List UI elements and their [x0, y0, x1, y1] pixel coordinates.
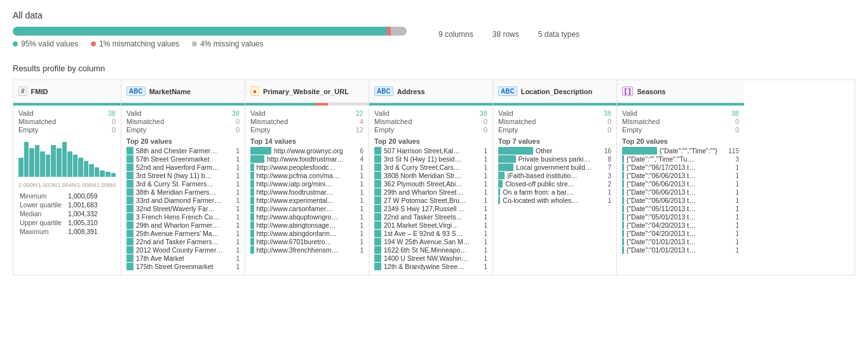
summary-row: 95% valid values 1% mismatching values 4… [13, 27, 855, 51]
value-row: {"Date":"06/17/2013 t… 1 [622, 163, 739, 171]
value-count: 1 [229, 247, 240, 254]
value-bar [250, 221, 254, 229]
empty-count: 0 [735, 126, 739, 134]
value-row: {"Date":"06/06/2013 t… 1 [622, 188, 739, 196]
value-text: 201 Market Street,Virgi… [384, 221, 475, 229]
col-body: Valid 38 Mismatched 0 Empty 0 1.000M1.00… [13, 106, 121, 240]
value-bar [126, 263, 133, 270]
vme-mismatch-row: Mismatched 0 [18, 118, 116, 125]
value-row: 3rd Street N (hwy 11) b… 1 [126, 172, 240, 179]
value-count: 1 [477, 148, 487, 155]
value-row: 52nd and Haverford Farm… 1 [126, 163, 240, 171]
empty-count: 12 [356, 126, 363, 134]
value-row: http://www.3frenchhensm… 1 [250, 246, 363, 254]
stat-value: 1,001,683 [68, 201, 98, 209]
empty-label: Empty [498, 126, 518, 134]
value-text: {"Date":"06/06/2013 t… [627, 188, 726, 196]
col-header: [ ] Seasons [617, 80, 744, 103]
page: All data 95% valid values 1% mismatching… [0, 0, 868, 286]
value-text: Other [536, 147, 599, 155]
value-bar [498, 188, 500, 196]
empty-count: 0 [484, 126, 487, 134]
hist-bar [51, 145, 56, 177]
top-values-label: Top 7 values [498, 137, 611, 145]
mismatch-dot [91, 41, 96, 46]
value-count: 1 [229, 263, 240, 270]
value-bar [126, 246, 133, 254]
value-text: 25th Avenue Farmers' Ma… [136, 230, 227, 237]
value-bar [622, 172, 624, 179]
value-count: 1 [477, 189, 487, 196]
hist-bar [95, 167, 100, 177]
value-text: Private business parki… [519, 155, 599, 163]
hist-bar [40, 151, 45, 177]
value-count: 4 [353, 156, 363, 163]
col-type-icon: ABC [126, 87, 146, 96]
columns-stat: 9 columns [438, 30, 473, 39]
value-bar [622, 205, 624, 212]
value-bar [498, 172, 505, 179]
value-bar [250, 238, 254, 246]
value-text: Co-located with wholes… [503, 197, 599, 204]
value-row: http://www.abingdonfarm… 1 [250, 230, 363, 237]
value-bar [622, 180, 624, 188]
value-count: 1 [353, 181, 363, 188]
value-bar [374, 221, 381, 229]
col-body: Valid 38 Mismatched 0 Empty 0 Top 20 val… [369, 106, 492, 275]
value-row: http://www.grownyc.org 6 [250, 147, 363, 155]
value-bar [622, 221, 624, 229]
valid-label: Valid [374, 109, 390, 117]
value-text: {"Date":"05/11/2013 t… [627, 205, 726, 212]
value-count: 1 [353, 189, 363, 196]
mismatch-count: 0 [484, 118, 487, 125]
value-text: 3rd St N (Hwy 11) besid… [384, 155, 475, 163]
value-row: 1400 U Street NW,Washin… 1 [374, 254, 487, 262]
value-bar [250, 213, 254, 221]
value-bar [250, 188, 254, 196]
value-count: 1 [477, 230, 487, 237]
value-count: 1 [729, 222, 739, 229]
hist-label: 1.008M [97, 182, 116, 188]
missing-segment [391, 27, 407, 36]
value-bar [250, 230, 254, 237]
value-text: Local government build… [516, 163, 599, 171]
value-row: http://www.experimental… 1 [250, 197, 363, 204]
valid-label: 95% valid values [21, 39, 78, 48]
value-count: 3 [729, 156, 739, 163]
value-row: 2012 Wood County Farmer… 1 [126, 246, 240, 254]
value-count: 1 [477, 164, 487, 171]
value-row: 29th and Wharton Street… 1 [374, 188, 487, 196]
value-row: 1622 6th St NE,Minneapo… 1 [374, 246, 487, 254]
value-bar [374, 172, 381, 179]
stat-value: 1,008,391 [68, 228, 98, 235]
value-bar [374, 213, 381, 221]
value-row: 17th Ave Market 1 [126, 254, 240, 262]
value-bar [622, 230, 624, 237]
value-count: 1 [477, 181, 487, 188]
page-title: All data [13, 10, 855, 20]
value-text: http://www.experimental… [257, 197, 351, 204]
col-type-icon: # [18, 87, 27, 96]
empty-count: 0 [607, 126, 611, 134]
value-row: {"Date":"05/01/2013 t… 1 [622, 213, 739, 221]
value-text: 3 French Hens French Co… [136, 213, 227, 221]
mismatch-label: Mismatched [498, 118, 536, 125]
mismatch-count: 0 [236, 118, 240, 125]
empty-label: Empty [622, 126, 642, 134]
vme-mismatch-row: Mismatched 0 [374, 118, 487, 125]
value-text: {"Date":"05/01/2013 t… [627, 213, 726, 221]
value-row: {"Date":"","Time":""} 115 [622, 147, 739, 155]
value-bar [374, 230, 381, 237]
value-count: 1 [229, 148, 240, 155]
hist-label: 1.002M [38, 182, 57, 188]
value-bar [250, 180, 254, 188]
value-text: http://www.abingdonfarm… [257, 230, 351, 237]
mismatch-label: Mismatched [18, 118, 56, 125]
value-text: 38th & Meridian Farmers… [136, 188, 227, 196]
stat-label: Minimum [20, 192, 67, 200]
value-text: {"Date":"06/06/2013 t… [627, 197, 726, 204]
value-text: 57th Street Greenmarket [136, 155, 227, 163]
mismatch-label: Mismatched [126, 118, 164, 125]
value-bar [498, 197, 500, 204]
value-text: http://www.3frenchhensm… [257, 246, 351, 254]
